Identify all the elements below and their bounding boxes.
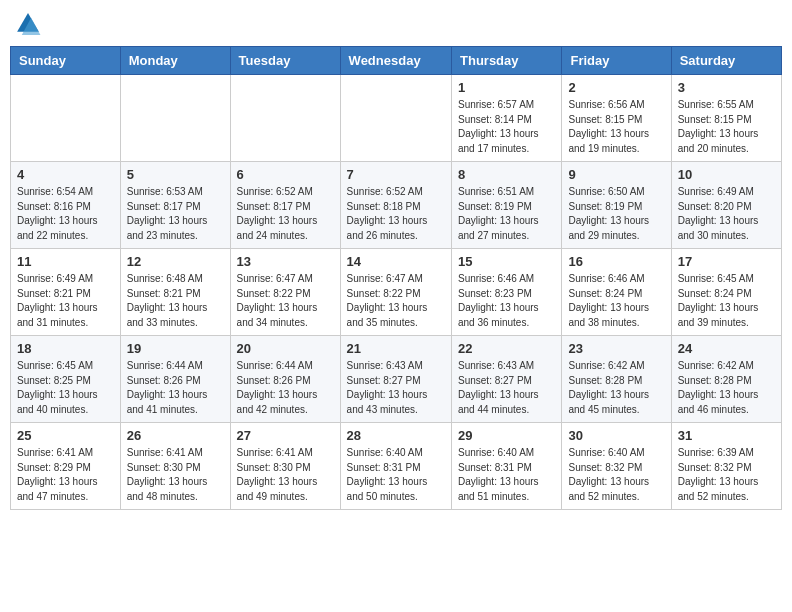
day-info: Sunrise: 6:54 AM Sunset: 8:16 PM Dayligh…	[17, 185, 114, 243]
day-info: Sunrise: 6:52 AM Sunset: 8:17 PM Dayligh…	[237, 185, 334, 243]
calendar-cell: 11Sunrise: 6:49 AM Sunset: 8:21 PM Dayli…	[11, 249, 121, 336]
day-info: Sunrise: 6:57 AM Sunset: 8:14 PM Dayligh…	[458, 98, 555, 156]
calendar-cell: 15Sunrise: 6:46 AM Sunset: 8:23 PM Dayli…	[452, 249, 562, 336]
calendar-cell: 9Sunrise: 6:50 AM Sunset: 8:19 PM Daylig…	[562, 162, 671, 249]
day-number: 20	[237, 341, 334, 356]
calendar-cell	[340, 75, 451, 162]
day-number: 4	[17, 167, 114, 182]
day-info: Sunrise: 6:50 AM Sunset: 8:19 PM Dayligh…	[568, 185, 664, 243]
weekday-header-monday: Monday	[120, 47, 230, 75]
day-info: Sunrise: 6:40 AM Sunset: 8:31 PM Dayligh…	[347, 446, 445, 504]
calendar-week-row: 1Sunrise: 6:57 AM Sunset: 8:14 PM Daylig…	[11, 75, 782, 162]
day-number: 26	[127, 428, 224, 443]
day-number: 14	[347, 254, 445, 269]
calendar-cell: 31Sunrise: 6:39 AM Sunset: 8:32 PM Dayli…	[671, 423, 781, 510]
day-info: Sunrise: 6:41 AM Sunset: 8:30 PM Dayligh…	[237, 446, 334, 504]
day-number: 29	[458, 428, 555, 443]
calendar-cell: 1Sunrise: 6:57 AM Sunset: 8:14 PM Daylig…	[452, 75, 562, 162]
day-info: Sunrise: 6:44 AM Sunset: 8:26 PM Dayligh…	[237, 359, 334, 417]
calendar-cell: 7Sunrise: 6:52 AM Sunset: 8:18 PM Daylig…	[340, 162, 451, 249]
day-info: Sunrise: 6:47 AM Sunset: 8:22 PM Dayligh…	[347, 272, 445, 330]
calendar-cell: 4Sunrise: 6:54 AM Sunset: 8:16 PM Daylig…	[11, 162, 121, 249]
day-info: Sunrise: 6:41 AM Sunset: 8:29 PM Dayligh…	[17, 446, 114, 504]
day-number: 23	[568, 341, 664, 356]
day-number: 10	[678, 167, 775, 182]
day-info: Sunrise: 6:51 AM Sunset: 8:19 PM Dayligh…	[458, 185, 555, 243]
day-info: Sunrise: 6:52 AM Sunset: 8:18 PM Dayligh…	[347, 185, 445, 243]
calendar-cell: 28Sunrise: 6:40 AM Sunset: 8:31 PM Dayli…	[340, 423, 451, 510]
weekday-header-row: SundayMondayTuesdayWednesdayThursdayFrid…	[11, 47, 782, 75]
calendar-cell: 24Sunrise: 6:42 AM Sunset: 8:28 PM Dayli…	[671, 336, 781, 423]
day-info: Sunrise: 6:44 AM Sunset: 8:26 PM Dayligh…	[127, 359, 224, 417]
day-number: 7	[347, 167, 445, 182]
day-number: 22	[458, 341, 555, 356]
day-info: Sunrise: 6:39 AM Sunset: 8:32 PM Dayligh…	[678, 446, 775, 504]
calendar-cell: 26Sunrise: 6:41 AM Sunset: 8:30 PM Dayli…	[120, 423, 230, 510]
day-number: 6	[237, 167, 334, 182]
logo	[14, 10, 46, 38]
day-info: Sunrise: 6:43 AM Sunset: 8:27 PM Dayligh…	[347, 359, 445, 417]
calendar-cell: 23Sunrise: 6:42 AM Sunset: 8:28 PM Dayli…	[562, 336, 671, 423]
calendar-cell: 18Sunrise: 6:45 AM Sunset: 8:25 PM Dayli…	[11, 336, 121, 423]
calendar-cell	[11, 75, 121, 162]
calendar-cell: 21Sunrise: 6:43 AM Sunset: 8:27 PM Dayli…	[340, 336, 451, 423]
day-info: Sunrise: 6:40 AM Sunset: 8:32 PM Dayligh…	[568, 446, 664, 504]
day-number: 31	[678, 428, 775, 443]
day-info: Sunrise: 6:40 AM Sunset: 8:31 PM Dayligh…	[458, 446, 555, 504]
day-info: Sunrise: 6:55 AM Sunset: 8:15 PM Dayligh…	[678, 98, 775, 156]
calendar-week-row: 11Sunrise: 6:49 AM Sunset: 8:21 PM Dayli…	[11, 249, 782, 336]
day-info: Sunrise: 6:47 AM Sunset: 8:22 PM Dayligh…	[237, 272, 334, 330]
calendar-cell: 2Sunrise: 6:56 AM Sunset: 8:15 PM Daylig…	[562, 75, 671, 162]
day-info: Sunrise: 6:53 AM Sunset: 8:17 PM Dayligh…	[127, 185, 224, 243]
weekday-header-sunday: Sunday	[11, 47, 121, 75]
day-number: 9	[568, 167, 664, 182]
calendar-cell	[120, 75, 230, 162]
calendar-cell: 5Sunrise: 6:53 AM Sunset: 8:17 PM Daylig…	[120, 162, 230, 249]
weekday-header-saturday: Saturday	[671, 47, 781, 75]
calendar-cell: 17Sunrise: 6:45 AM Sunset: 8:24 PM Dayli…	[671, 249, 781, 336]
day-info: Sunrise: 6:42 AM Sunset: 8:28 PM Dayligh…	[678, 359, 775, 417]
day-info: Sunrise: 6:41 AM Sunset: 8:30 PM Dayligh…	[127, 446, 224, 504]
day-number: 3	[678, 80, 775, 95]
calendar-cell: 6Sunrise: 6:52 AM Sunset: 8:17 PM Daylig…	[230, 162, 340, 249]
day-info: Sunrise: 6:42 AM Sunset: 8:28 PM Dayligh…	[568, 359, 664, 417]
day-info: Sunrise: 6:43 AM Sunset: 8:27 PM Dayligh…	[458, 359, 555, 417]
calendar-cell: 29Sunrise: 6:40 AM Sunset: 8:31 PM Dayli…	[452, 423, 562, 510]
day-info: Sunrise: 6:46 AM Sunset: 8:24 PM Dayligh…	[568, 272, 664, 330]
day-number: 30	[568, 428, 664, 443]
calendar-week-row: 25Sunrise: 6:41 AM Sunset: 8:29 PM Dayli…	[11, 423, 782, 510]
day-number: 24	[678, 341, 775, 356]
day-info: Sunrise: 6:45 AM Sunset: 8:24 PM Dayligh…	[678, 272, 775, 330]
calendar-cell: 13Sunrise: 6:47 AM Sunset: 8:22 PM Dayli…	[230, 249, 340, 336]
calendar-cell: 25Sunrise: 6:41 AM Sunset: 8:29 PM Dayli…	[11, 423, 121, 510]
day-number: 11	[17, 254, 114, 269]
page-header	[10, 10, 782, 38]
day-info: Sunrise: 6:45 AM Sunset: 8:25 PM Dayligh…	[17, 359, 114, 417]
calendar-cell: 30Sunrise: 6:40 AM Sunset: 8:32 PM Dayli…	[562, 423, 671, 510]
day-number: 15	[458, 254, 555, 269]
calendar-cell: 12Sunrise: 6:48 AM Sunset: 8:21 PM Dayli…	[120, 249, 230, 336]
day-number: 12	[127, 254, 224, 269]
day-number: 17	[678, 254, 775, 269]
day-info: Sunrise: 6:46 AM Sunset: 8:23 PM Dayligh…	[458, 272, 555, 330]
day-number: 5	[127, 167, 224, 182]
calendar-cell: 20Sunrise: 6:44 AM Sunset: 8:26 PM Dayli…	[230, 336, 340, 423]
weekday-header-wednesday: Wednesday	[340, 47, 451, 75]
calendar-cell: 19Sunrise: 6:44 AM Sunset: 8:26 PM Dayli…	[120, 336, 230, 423]
day-number: 21	[347, 341, 445, 356]
calendar-cell: 16Sunrise: 6:46 AM Sunset: 8:24 PM Dayli…	[562, 249, 671, 336]
logo-icon	[14, 10, 42, 38]
day-info: Sunrise: 6:56 AM Sunset: 8:15 PM Dayligh…	[568, 98, 664, 156]
day-number: 27	[237, 428, 334, 443]
calendar-cell: 10Sunrise: 6:49 AM Sunset: 8:20 PM Dayli…	[671, 162, 781, 249]
calendar-cell: 3Sunrise: 6:55 AM Sunset: 8:15 PM Daylig…	[671, 75, 781, 162]
day-info: Sunrise: 6:48 AM Sunset: 8:21 PM Dayligh…	[127, 272, 224, 330]
day-info: Sunrise: 6:49 AM Sunset: 8:20 PM Dayligh…	[678, 185, 775, 243]
day-number: 25	[17, 428, 114, 443]
day-number: 8	[458, 167, 555, 182]
calendar-cell: 22Sunrise: 6:43 AM Sunset: 8:27 PM Dayli…	[452, 336, 562, 423]
day-number: 2	[568, 80, 664, 95]
day-number: 19	[127, 341, 224, 356]
day-number: 18	[17, 341, 114, 356]
weekday-header-friday: Friday	[562, 47, 671, 75]
